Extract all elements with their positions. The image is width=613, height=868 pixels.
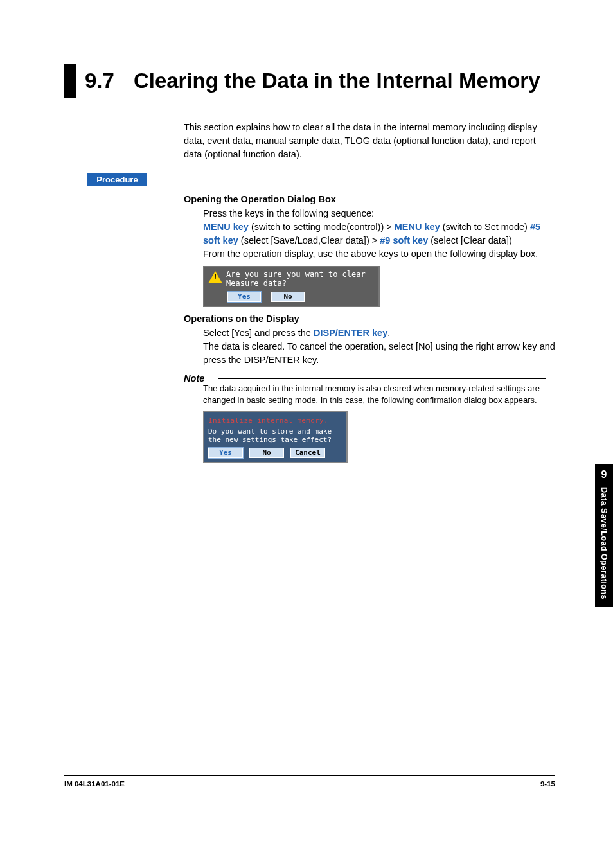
note-text: The data acquired in the internal memory…: [203, 383, 555, 406]
ops-line1: Select [Yes] and press the DISP/ENTER ke…: [203, 326, 555, 340]
dialog2-message: Do you want to store and make the new se…: [208, 428, 342, 444]
page-footer: IM 04L31A01-01E 9-15: [64, 775, 555, 788]
opening-body: Press the keys in the following sequence…: [203, 207, 555, 261]
section-number: 9.7: [85, 69, 114, 93]
opening-line1: Press the keys in the following sequence…: [203, 207, 555, 220]
side-tab-text: Data Save/Load Operations: [600, 487, 609, 599]
dialog2-yes-button[interactable]: Yes: [208, 448, 243, 458]
menu-key-1: MENU key: [203, 222, 249, 232]
confirm-clear-dialog: Are you sure you want to clear Measure d…: [203, 266, 380, 307]
opening-heading: Opening the Operation Dialog Box: [184, 194, 555, 204]
dialog2-no-button[interactable]: No: [249, 448, 284, 458]
header-marker: [64, 64, 76, 98]
disp-enter-key: DISP/ENTER key: [314, 328, 387, 338]
footer-page-number: 9-15: [540, 780, 555, 788]
section-title: Clearing the Data in the Internal Memory: [134, 69, 540, 93]
operations-body: Select [Yes] and press the DISP/ENTER ke…: [203, 326, 555, 367]
dialog2-cancel-button[interactable]: Cancel: [290, 448, 325, 458]
initialize-memory-dialog: Initialize internal memory. Do you want …: [203, 411, 348, 463]
soft-key-9: #9 soft key: [380, 235, 428, 245]
dialog1-message: Are you sure you want to clear Measure d…: [226, 270, 366, 288]
warning-icon: [208, 271, 222, 283]
operations-heading: Operations on the Display: [184, 314, 555, 324]
section-header: 9.7 Clearing the Data in the Internal Me…: [64, 64, 555, 98]
note-rule: [218, 378, 546, 379]
footer-doc-id: IM 04L31A01-01E: [64, 780, 125, 788]
opening-line3: From the operation display, use the abov…: [203, 247, 555, 261]
key-sequence: MENU key (switch to setting mode(control…: [203, 220, 555, 247]
dialog1-yes-button[interactable]: Yes: [227, 292, 261, 302]
menu-key-2: MENU key: [395, 222, 440, 232]
intro-paragraph: This section explains how to clear all t…: [184, 121, 555, 161]
dialog2-title: Initialize internal memory.: [208, 416, 342, 425]
procedure-label: Procedure: [87, 173, 147, 186]
side-tab-number: 9: [601, 469, 607, 481]
dialog1-no-button[interactable]: No: [271, 292, 305, 302]
chapter-side-tab: 9 Data Save/Load Operations: [595, 464, 613, 607]
ops-line2: The data is cleared. To cancel the opera…: [203, 340, 555, 367]
